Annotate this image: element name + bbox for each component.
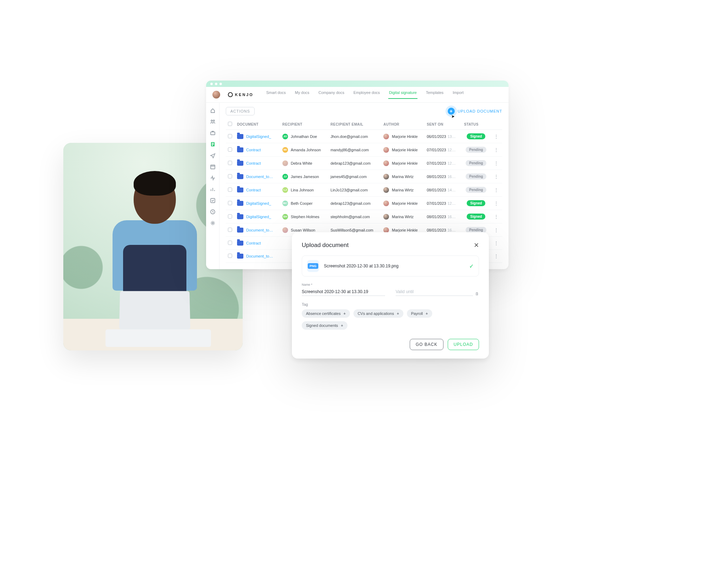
plus-circle-icon: + [448, 108, 455, 115]
tab-my-docs[interactable]: My docs [294, 90, 310, 99]
plus-icon: + [343, 311, 345, 316]
row-checkbox[interactable] [228, 201, 232, 205]
folder-icon [237, 228, 243, 233]
tab-import[interactable]: Import [452, 90, 464, 99]
avatar: JO [282, 134, 288, 139]
nav-activity-icon[interactable] [210, 175, 216, 181]
row-menu-icon[interactable]: ⋮ [492, 147, 500, 153]
document-link[interactable]: Document_to… [237, 254, 278, 259]
row-menu-icon[interactable]: ⋮ [492, 187, 500, 193]
user-avatar[interactable] [212, 91, 220, 99]
row-checkbox[interactable] [228, 254, 232, 258]
avatar [282, 227, 288, 233]
avatar [383, 147, 389, 153]
nav-plane-icon[interactable] [210, 153, 216, 158]
tab-templates[interactable]: Templates [425, 90, 444, 99]
row-menu-icon[interactable]: ⋮ [492, 227, 500, 233]
row-checkbox[interactable] [228, 134, 232, 138]
document-link[interactable]: Contract [237, 147, 278, 152]
nav-briefcase-icon[interactable] [210, 130, 216, 136]
avatar [383, 214, 389, 220]
row-menu-icon[interactable]: ⋮ [492, 174, 500, 179]
upload-button[interactable]: UPLOAD [448, 339, 479, 350]
svg-point-7 [212, 222, 213, 224]
document-link[interactable]: DigitalSigned_ [237, 214, 278, 219]
row-checkbox[interactable] [228, 147, 232, 152]
sent-on: 08/01/202314… [424, 183, 462, 197]
row-menu-icon[interactable]: ⋮ [492, 214, 500, 220]
row-checkbox[interactable] [228, 241, 232, 245]
folder-icon [237, 214, 243, 219]
tab-company-docs[interactable]: Company docs [318, 90, 345, 99]
check-icon: ✓ [469, 263, 474, 270]
nav-clock-icon[interactable] [210, 209, 216, 215]
tag-payroll[interactable]: Payroll+ [407, 309, 432, 318]
col-author: AUTHOR [381, 119, 424, 130]
brand-mark-icon [228, 92, 233, 97]
nav-bar-chart-icon[interactable] [210, 186, 216, 192]
nav-gear-icon[interactable] [210, 220, 216, 226]
plus-icon: + [397, 311, 399, 316]
tag-signed-documents[interactable]: Signed documents+ [302, 321, 347, 330]
row-menu-icon[interactable]: ⋮ [492, 134, 500, 139]
col-sent-on: SENT ON [424, 119, 462, 130]
table-row: ContractDebra Whitedebrap123@gmail.comMa… [226, 157, 502, 170]
tag-cvs-and-applications[interactable]: CVs and applications+ [353, 309, 403, 318]
row-menu-icon[interactable]: ⋮ [492, 253, 500, 259]
folder-icon [237, 134, 243, 139]
actions-button[interactable]: ACTIONS [226, 107, 255, 115]
row-menu-icon[interactable]: ⋮ [492, 201, 500, 206]
row-checkbox[interactable] [228, 174, 232, 178]
name-input[interactable] [302, 288, 385, 296]
svg-rect-4 [211, 165, 215, 169]
nav-calendar-icon[interactable] [210, 164, 216, 170]
nav-people-icon[interactable] [210, 119, 216, 125]
tag-absence-certificates[interactable]: Absence certificates+ [302, 309, 350, 318]
modal-title: Upload document [302, 242, 349, 249]
document-link[interactable]: Contract [237, 188, 278, 192]
avatar: MI [282, 147, 288, 153]
col-recipient-email: RECIPIENT EMAIL [328, 119, 382, 130]
sent-on: 08/01/202316… [424, 210, 462, 223]
row-checkbox[interactable] [228, 188, 232, 192]
select-all-checkbox[interactable] [228, 122, 232, 126]
recipient: SHStephen Holmes [282, 214, 326, 220]
recipient: MIAmanda Johnson [282, 147, 326, 153]
status-badge: Pending [466, 173, 486, 179]
row-checkbox[interactable] [228, 214, 232, 218]
nav-home-icon[interactable] [210, 108, 216, 113]
document-link[interactable]: Contract [237, 241, 278, 246]
upload-document-button[interactable]: + UPLOAD DOCUMENT ➤ [448, 108, 502, 115]
document-link[interactable]: DigitalSigned_ [237, 201, 278, 206]
tag-section-label: Tag [302, 302, 479, 306]
document-link[interactable]: DigitalSigned_ [237, 134, 278, 139]
tab-smart-docs[interactable]: Smart docs [266, 90, 287, 99]
author: Marjorie Hinkle [383, 201, 422, 206]
valid-until-input[interactable] [396, 288, 473, 296]
row-menu-icon[interactable]: ⋮ [492, 160, 500, 166]
tab-employee-docs[interactable]: Employee docs [353, 90, 381, 99]
tab-digital-signature[interactable]: Digital signature [388, 90, 417, 99]
document-link[interactable]: Contract [237, 161, 278, 166]
recipient: JJJames Jameson [282, 174, 326, 179]
table-row: ContractLJLina JohnsonLinJo123@gmail.com… [226, 183, 502, 197]
go-back-button[interactable]: GO BACK [410, 339, 443, 350]
folder-icon [237, 254, 243, 259]
close-icon[interactable]: ✕ [474, 241, 479, 249]
document-link[interactable]: Document_to… [237, 228, 278, 233]
window-titlebar [206, 81, 509, 87]
folder-icon [237, 174, 243, 179]
nav-docs-icon[interactable] [210, 141, 216, 147]
svg-point-1 [213, 120, 215, 121]
table-row: DigitalSigned_JOJohnathan DoeJhon.doe@gm… [226, 130, 502, 143]
calendar-icon[interactable]: 🗓 [475, 292, 479, 296]
row-checkbox[interactable] [228, 161, 232, 165]
svg-point-0 [211, 120, 212, 121]
status-badge: Signed [467, 133, 485, 139]
row-checkbox[interactable] [228, 228, 232, 232]
nav-checkbox-icon[interactable] [210, 198, 216, 203]
row-menu-icon[interactable]: ⋮ [492, 240, 500, 246]
folder-icon [237, 161, 243, 166]
document-link[interactable]: Document_to… [237, 174, 278, 179]
folder-icon [237, 188, 243, 192]
